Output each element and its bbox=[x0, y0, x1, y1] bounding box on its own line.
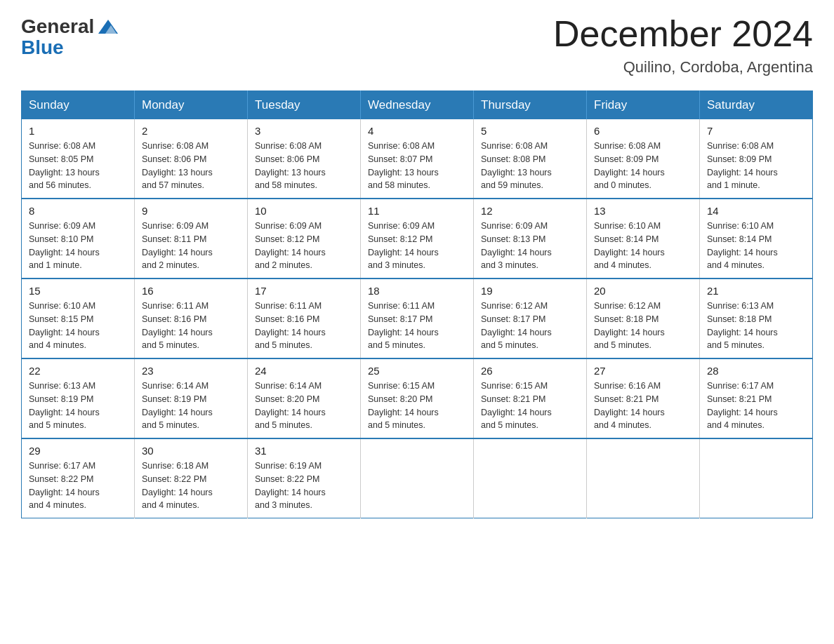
day-number: 9 bbox=[142, 205, 240, 217]
day-number: 7 bbox=[707, 125, 805, 137]
day-number: 28 bbox=[707, 365, 805, 377]
day-info: Sunrise: 6:11 AMSunset: 8:16 PMDaylight:… bbox=[255, 300, 353, 352]
day-info: Sunrise: 6:08 AMSunset: 8:09 PMDaylight:… bbox=[707, 140, 805, 192]
day-info: Sunrise: 6:08 AMSunset: 8:09 PMDaylight:… bbox=[594, 140, 692, 192]
day-info: Sunrise: 6:09 AMSunset: 8:11 PMDaylight:… bbox=[142, 220, 240, 272]
day-number: 26 bbox=[481, 365, 579, 377]
calendar-cell bbox=[700, 438, 813, 518]
weekday-header-row: Sunday Monday Tuesday Wednesday Thursday… bbox=[22, 91, 813, 120]
day-number: 23 bbox=[142, 365, 240, 377]
calendar-cell: 1Sunrise: 6:08 AMSunset: 8:05 PMDaylight… bbox=[22, 119, 135, 199]
calendar-cell: 2Sunrise: 6:08 AMSunset: 8:06 PMDaylight… bbox=[135, 119, 248, 199]
calendar-week-row: 8Sunrise: 6:09 AMSunset: 8:10 PMDaylight… bbox=[22, 199, 813, 279]
day-info: Sunrise: 6:19 AMSunset: 8:22 PMDaylight:… bbox=[255, 459, 353, 512]
day-info: Sunrise: 6:13 AMSunset: 8:19 PMDaylight:… bbox=[29, 380, 127, 432]
day-info: Sunrise: 6:14 AMSunset: 8:20 PMDaylight:… bbox=[255, 380, 353, 432]
calendar-cell: 23Sunrise: 6:14 AMSunset: 8:19 PMDayligh… bbox=[135, 358, 248, 438]
day-info: Sunrise: 6:09 AMSunset: 8:12 PMDaylight:… bbox=[255, 220, 353, 272]
calendar-cell: 27Sunrise: 6:16 AMSunset: 8:21 PMDayligh… bbox=[587, 358, 700, 438]
day-info: Sunrise: 6:17 AMSunset: 8:21 PMDaylight:… bbox=[707, 380, 805, 432]
day-info: Sunrise: 6:12 AMSunset: 8:18 PMDaylight:… bbox=[594, 300, 692, 352]
day-info: Sunrise: 6:11 AMSunset: 8:16 PMDaylight:… bbox=[142, 300, 240, 352]
day-info: Sunrise: 6:13 AMSunset: 8:18 PMDaylight:… bbox=[707, 300, 805, 352]
day-number: 10 bbox=[255, 205, 353, 217]
day-number: 16 bbox=[142, 285, 240, 297]
calendar-cell: 6Sunrise: 6:08 AMSunset: 8:09 PMDaylight… bbox=[587, 119, 700, 199]
day-number: 24 bbox=[255, 365, 353, 377]
day-number: 18 bbox=[368, 285, 466, 297]
calendar-cell: 31Sunrise: 6:19 AMSunset: 8:22 PMDayligh… bbox=[248, 438, 361, 518]
day-info: Sunrise: 6:18 AMSunset: 8:22 PMDaylight:… bbox=[142, 459, 240, 512]
calendar-cell: 4Sunrise: 6:08 AMSunset: 8:07 PMDaylight… bbox=[361, 119, 474, 199]
day-info: Sunrise: 6:15 AMSunset: 8:20 PMDaylight:… bbox=[368, 380, 466, 432]
header-saturday: Saturday bbox=[700, 91, 813, 120]
header-monday: Monday bbox=[135, 91, 248, 120]
logo: General Blue bbox=[21, 14, 122, 59]
logo-icon bbox=[95, 14, 121, 39]
calendar-cell: 14Sunrise: 6:10 AMSunset: 8:14 PMDayligh… bbox=[700, 199, 813, 279]
day-number: 3 bbox=[255, 125, 353, 137]
title-block: December 2024 Quilino, Cordoba, Argentin… bbox=[553, 14, 813, 76]
day-info: Sunrise: 6:10 AMSunset: 8:15 PMDaylight:… bbox=[29, 300, 127, 352]
day-info: Sunrise: 6:08 AMSunset: 8:08 PMDaylight:… bbox=[481, 140, 579, 192]
day-number: 8 bbox=[29, 205, 127, 217]
calendar-cell: 28Sunrise: 6:17 AMSunset: 8:21 PMDayligh… bbox=[700, 358, 813, 438]
day-info: Sunrise: 6:08 AMSunset: 8:05 PMDaylight:… bbox=[29, 140, 127, 192]
calendar-cell: 8Sunrise: 6:09 AMSunset: 8:10 PMDaylight… bbox=[22, 199, 135, 279]
day-number: 27 bbox=[594, 365, 692, 377]
calendar-cell: 3Sunrise: 6:08 AMSunset: 8:06 PMDaylight… bbox=[248, 119, 361, 199]
logo-general-text: General bbox=[21, 15, 94, 38]
day-number: 30 bbox=[142, 445, 240, 457]
calendar-cell: 26Sunrise: 6:15 AMSunset: 8:21 PMDayligh… bbox=[474, 358, 587, 438]
calendar-cell: 20Sunrise: 6:12 AMSunset: 8:18 PMDayligh… bbox=[587, 279, 700, 358]
calendar-cell: 15Sunrise: 6:10 AMSunset: 8:15 PMDayligh… bbox=[22, 279, 135, 358]
calendar-body: 1Sunrise: 6:08 AMSunset: 8:05 PMDaylight… bbox=[22, 119, 813, 518]
day-info: Sunrise: 6:15 AMSunset: 8:21 PMDaylight:… bbox=[481, 380, 579, 432]
day-number: 6 bbox=[594, 125, 692, 137]
logo-container: General Blue bbox=[21, 14, 122, 59]
calendar-cell: 19Sunrise: 6:12 AMSunset: 8:17 PMDayligh… bbox=[474, 279, 587, 358]
day-number: 11 bbox=[368, 205, 466, 217]
calendar-week-row: 1Sunrise: 6:08 AMSunset: 8:05 PMDaylight… bbox=[22, 119, 813, 199]
day-info: Sunrise: 6:12 AMSunset: 8:17 PMDaylight:… bbox=[481, 300, 579, 352]
day-number: 13 bbox=[594, 205, 692, 217]
day-number: 4 bbox=[368, 125, 466, 137]
day-info: Sunrise: 6:09 AMSunset: 8:12 PMDaylight:… bbox=[368, 220, 466, 272]
day-info: Sunrise: 6:14 AMSunset: 8:19 PMDaylight:… bbox=[142, 380, 240, 432]
day-info: Sunrise: 6:09 AMSunset: 8:10 PMDaylight:… bbox=[29, 220, 127, 272]
day-number: 25 bbox=[368, 365, 466, 377]
calendar-cell: 10Sunrise: 6:09 AMSunset: 8:12 PMDayligh… bbox=[248, 199, 361, 279]
calendar-cell: 24Sunrise: 6:14 AMSunset: 8:20 PMDayligh… bbox=[248, 358, 361, 438]
calendar-cell bbox=[474, 438, 587, 518]
day-number: 14 bbox=[707, 205, 805, 217]
calendar-cell bbox=[361, 438, 474, 518]
page-header: General Blue December 2024 Quilino, Cord… bbox=[21, 14, 813, 76]
day-number: 17 bbox=[255, 285, 353, 297]
day-number: 1 bbox=[29, 125, 127, 137]
day-info: Sunrise: 6:10 AMSunset: 8:14 PMDaylight:… bbox=[594, 220, 692, 272]
calendar-cell: 13Sunrise: 6:10 AMSunset: 8:14 PMDayligh… bbox=[587, 199, 700, 279]
location-title: Quilino, Cordoba, Argentina bbox=[553, 58, 813, 76]
day-info: Sunrise: 6:10 AMSunset: 8:14 PMDaylight:… bbox=[707, 220, 805, 272]
month-title: December 2024 bbox=[553, 14, 813, 54]
day-number: 5 bbox=[481, 125, 579, 137]
calendar-cell: 22Sunrise: 6:13 AMSunset: 8:19 PMDayligh… bbox=[22, 358, 135, 438]
header-sunday: Sunday bbox=[22, 91, 135, 120]
calendar-cell bbox=[587, 438, 700, 518]
day-info: Sunrise: 6:09 AMSunset: 8:13 PMDaylight:… bbox=[481, 220, 579, 272]
header-thursday: Thursday bbox=[474, 91, 587, 120]
calendar-cell: 12Sunrise: 6:09 AMSunset: 8:13 PMDayligh… bbox=[474, 199, 587, 279]
calendar-week-row: 29Sunrise: 6:17 AMSunset: 8:22 PMDayligh… bbox=[22, 438, 813, 518]
day-number: 19 bbox=[481, 285, 579, 297]
calendar-header: Sunday Monday Tuesday Wednesday Thursday… bbox=[22, 91, 813, 120]
day-number: 21 bbox=[707, 285, 805, 297]
calendar-cell: 21Sunrise: 6:13 AMSunset: 8:18 PMDayligh… bbox=[700, 279, 813, 358]
day-number: 2 bbox=[142, 125, 240, 137]
calendar-cell: 11Sunrise: 6:09 AMSunset: 8:12 PMDayligh… bbox=[361, 199, 474, 279]
header-tuesday: Tuesday bbox=[248, 91, 361, 120]
header-friday: Friday bbox=[587, 91, 700, 120]
day-number: 20 bbox=[594, 285, 692, 297]
day-info: Sunrise: 6:08 AMSunset: 8:06 PMDaylight:… bbox=[142, 140, 240, 192]
calendar-week-row: 15Sunrise: 6:10 AMSunset: 8:15 PMDayligh… bbox=[22, 279, 813, 358]
header-wednesday: Wednesday bbox=[361, 91, 474, 120]
